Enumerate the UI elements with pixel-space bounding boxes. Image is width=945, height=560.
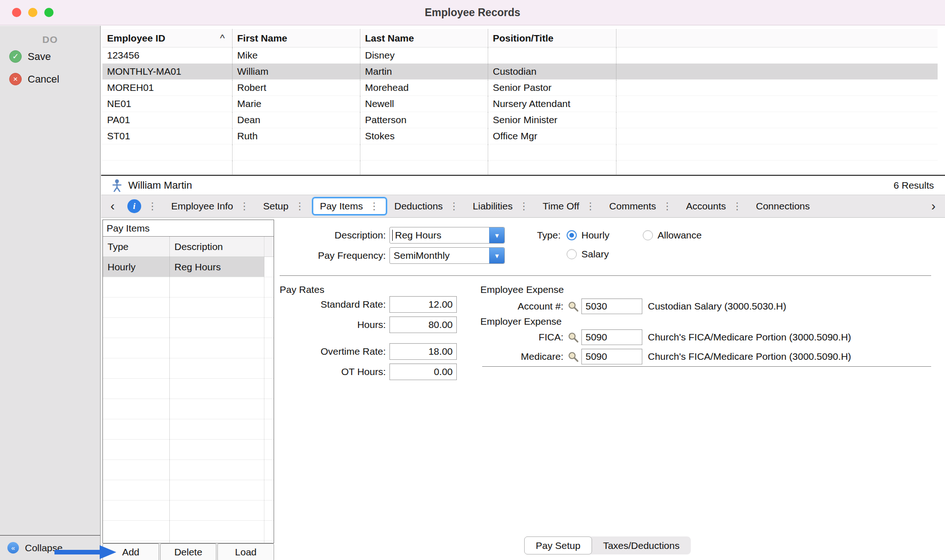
cell-last-name: Morehead (360, 80, 488, 95)
tab-info[interactable]: i ⋮ (121, 197, 164, 215)
tab-drag-handle-dots: ⋮ (732, 201, 742, 212)
cell-position (488, 48, 616, 63)
tab-drag-handle-dots: ⋮ (586, 201, 595, 212)
pay-item-form: Description: Reg Hours ▾ Type: Hourly Al… (276, 218, 945, 560)
tab-deductions[interactable]: Deductions ⋮ (388, 197, 466, 215)
description-label: Description: (276, 227, 386, 244)
description-dropdown[interactable]: Reg Hours ▾ (389, 227, 505, 244)
column-header-type[interactable]: Type (103, 237, 170, 256)
cell-first-name: Robert (233, 80, 360, 95)
tab-taxes-deductions[interactable]: Taxes/Deductions (592, 536, 691, 554)
overtime-rate-field[interactable]: 18.00 (389, 343, 457, 360)
tab-connections[interactable]: Connections (749, 197, 816, 215)
type-label: Type: (502, 227, 561, 244)
cell-type: Hourly (103, 257, 170, 277)
close-window-button[interactable] (12, 8, 21, 17)
account-number-field[interactable]: 5030 (581, 298, 642, 314)
tab-pay-items-active[interactable]: Pay Items ⋮ (312, 197, 387, 215)
tab-pay-setup-active[interactable]: Pay Setup (524, 536, 592, 554)
pay-items-buttons: Add Delete Load (102, 543, 274, 560)
results-count: 6 Results (893, 180, 934, 191)
cell-position: Senior Minister (488, 112, 616, 128)
column-header-last-name[interactable]: Last Name (360, 29, 488, 47)
minimize-window-button[interactable] (28, 8, 37, 17)
pay-item-row-selected[interactable]: Hourly Reg Hours (103, 257, 274, 277)
radio-selected-icon (567, 230, 577, 240)
save-label: Save (28, 51, 51, 63)
column-header-description[interactable]: Description (170, 237, 264, 256)
type-radio-allowance[interactable]: Allowance (643, 227, 702, 244)
table-row[interactable]: 123456 Mike Disney (102, 48, 938, 64)
table-row[interactable]: NE01 Marie Newell Nursery Attendant (102, 96, 938, 112)
table-row[interactable]: PA01 Dean Patterson Senior Minister (102, 112, 938, 128)
empty-row (103, 480, 274, 500)
tab-employee-info[interactable]: Employee Info ⋮ (165, 197, 256, 215)
tab-bar: ‹ i ⋮ Employee Info ⋮ Setup ⋮ Pay Items … (101, 195, 945, 218)
pay-frequency-label: Pay Frequency: (276, 247, 386, 264)
type-radio-salary[interactable]: Salary (567, 246, 609, 262)
tab-liabilities[interactable]: Liabilities ⋮ (467, 197, 535, 215)
main-area: Employee ID ^ First Name Last Name Posit… (101, 26, 945, 560)
standard-rate-field[interactable]: 12.00 (389, 296, 457, 313)
chevron-down-icon[interactable]: ▾ (489, 248, 504, 263)
tab-setup[interactable]: Setup ⋮ (257, 197, 311, 215)
collapse-button[interactable]: « Collapse (0, 542, 63, 554)
zoom-window-button[interactable] (44, 8, 54, 17)
hours-label: Hours: (276, 316, 386, 333)
medicare-account-field[interactable]: 5090 (581, 349, 642, 364)
tab-scroll-left-button[interactable]: ‹ (105, 199, 120, 214)
medicare-label: Medicare: (480, 348, 563, 365)
sidebar-header: DO (0, 26, 100, 45)
employee-table: Employee ID ^ First Name Last Name Posit… (102, 29, 938, 175)
table-row[interactable]: MOREH01 Robert Morehead Senior Pastor (102, 80, 938, 96)
save-button[interactable]: ✓ Save (0, 45, 100, 68)
cell-first-name: Mike (233, 48, 360, 63)
cancel-button[interactable]: × Cancel (0, 68, 100, 90)
table-row-selected[interactable]: MONTHLY-MA01 William Martin Custodian (102, 64, 938, 80)
column-header-position[interactable]: Position/Title (488, 29, 616, 47)
overtime-rate-label: Overtime Rate: (276, 343, 386, 360)
empty-row (103, 298, 274, 318)
load-button[interactable]: Load (217, 543, 274, 560)
tab-drag-handle-dots: ⋮ (239, 201, 249, 212)
pay-frequency-dropdown[interactable]: SemiMonthly ▾ (389, 247, 505, 264)
cell-first-name: Ruth (233, 128, 360, 144)
account-lookup-icon[interactable] (568, 301, 579, 312)
cell-description: Reg Hours (170, 257, 264, 277)
empty-row (103, 338, 274, 358)
traffic-lights (12, 0, 54, 25)
column-header-first-name[interactable]: First Name (233, 29, 360, 47)
table-row[interactable]: ST01 Ruth Stokes Office Mgr (102, 128, 938, 144)
hours-field[interactable]: 80.00 (389, 316, 457, 333)
delete-button[interactable]: Delete (160, 543, 217, 560)
ot-hours-field[interactable]: 0.00 (389, 363, 457, 380)
employee-expense-title: Employee Expense (480, 284, 564, 295)
radio-unselected-icon (643, 230, 653, 240)
fica-description: Church's FICA/Medicare Portion (3000.509… (648, 329, 851, 346)
pointer-arrow-annotation (54, 544, 117, 560)
tab-comments[interactable]: Comments ⋮ (603, 197, 679, 215)
tab-accounts[interactable]: Accounts ⋮ (680, 197, 748, 215)
account-number-label: Account #: (480, 298, 563, 315)
employee-records-window: Employee Records DO ✓ Save × Cancel « Co… (0, 0, 945, 560)
employee-table-header: Employee ID ^ First Name Last Name Posit… (102, 29, 938, 48)
fica-account-field[interactable]: 5090 (581, 329, 642, 345)
tab-drag-handle-dots: ⋮ (449, 201, 459, 212)
tab-time-off[interactable]: Time Off ⋮ (536, 197, 602, 215)
save-check-icon: ✓ (9, 50, 22, 63)
bottom-tab-bar: Pay Setup Taxes/Deductions (524, 536, 691, 554)
fica-lookup-icon[interactable] (568, 332, 579, 343)
tab-scroll-right-button[interactable]: › (926, 199, 941, 214)
tab-drag-handle-dots: ⋮ (295, 201, 305, 212)
pay-rates-title: Pay Rates (280, 284, 324, 295)
record-bar: William Martin 6 Results (101, 175, 945, 195)
type-radio-hourly[interactable]: Hourly (567, 227, 610, 244)
titlebar: Employee Records (0, 0, 945, 25)
column-header-employee-id[interactable]: Employee ID ^ (102, 29, 233, 47)
standard-rate-label: Standard Rate: (276, 296, 386, 313)
empty-row (103, 318, 274, 338)
window-title: Employee Records (425, 6, 520, 19)
section-divider (280, 275, 931, 276)
medicare-lookup-icon[interactable] (568, 351, 579, 362)
cell-position: Senior Pastor (488, 80, 616, 95)
